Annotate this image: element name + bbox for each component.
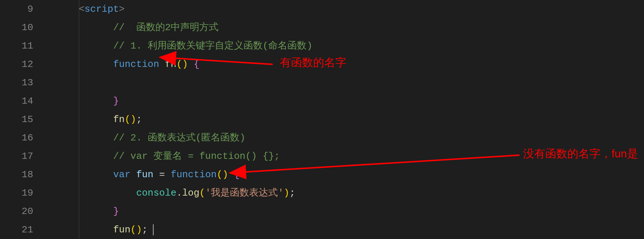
code-line[interactable]: // 1. 利用函数关键字自定义函数(命名函数)	[44, 37, 644, 55]
code-area[interactable]: <script> // 函数的2中声明方式 // 1. 利用函数关键字自定义函数…	[44, 0, 644, 239]
parentheses: ()	[176, 59, 188, 70]
line-number: 16	[0, 129, 33, 147]
code-line[interactable]: // 函数的2中声明方式	[44, 18, 644, 37]
equals: =	[159, 169, 165, 180]
code-line[interactable]: <script>	[44, 0, 644, 18]
semicolon: ;	[290, 188, 295, 199]
keyword-function: function	[171, 169, 217, 180]
code-line[interactable]: }	[44, 92, 644, 110]
tag-open: <	[79, 4, 85, 15]
line-number: 21	[0, 221, 33, 239]
parentheses: ()	[130, 224, 142, 235]
line-number: 17	[0, 147, 33, 165]
parentheses: ()	[125, 114, 136, 125]
function-call: fn	[113, 114, 125, 125]
comment: // 1. 利用函数关键字自定义函数(命名函数)	[113, 40, 312, 51]
code-line[interactable]: var fun = function() {	[44, 165, 644, 184]
comment: // 2. 函数表达式(匿名函数)	[113, 132, 245, 143]
text-cursor	[153, 224, 154, 235]
parentheses: ()	[217, 169, 228, 180]
keyword-var: var	[113, 169, 130, 180]
line-number: 14	[0, 92, 33, 110]
comment: // 函数的2中声明方式	[113, 22, 218, 33]
line-number: 20	[0, 202, 33, 221]
code-line[interactable]: }	[44, 202, 644, 221]
object-console: console	[136, 188, 176, 199]
method-log: log	[182, 188, 199, 199]
line-number: 12	[0, 55, 33, 74]
brace: {	[234, 169, 240, 180]
dot: .	[176, 188, 182, 199]
code-line[interactable]: fun();	[44, 221, 644, 239]
line-number: 9	[0, 0, 33, 18]
brace: }	[113, 206, 119, 217]
line-number: 15	[0, 110, 33, 129]
paren-open: (	[199, 188, 205, 199]
function-name: fn	[165, 59, 176, 70]
variable-name: fun	[136, 169, 154, 180]
tag-close: >	[119, 4, 125, 15]
line-number: 10	[0, 18, 33, 37]
line-number: 19	[0, 184, 33, 202]
semicolon: ;	[142, 224, 148, 235]
line-number: 18	[0, 165, 33, 184]
function-call: fun	[113, 224, 130, 235]
paren-close: )	[284, 188, 290, 199]
code-line[interactable]	[44, 74, 644, 92]
line-number: 13	[0, 74, 33, 92]
brace: }	[113, 96, 119, 107]
string-literal: '我是函数表达式'	[205, 188, 284, 199]
code-line[interactable]: // 2. 函数表达式(匿名函数)	[44, 129, 644, 147]
tag-name: script	[84, 4, 119, 15]
keyword-function: function	[113, 59, 159, 70]
semicolon: ;	[136, 114, 142, 125]
code-line[interactable]: console.log('我是函数表达式');	[44, 184, 644, 202]
code-editor[interactable]: 9 10 11 12 13 14 15 16 17 18 19 20 21 <s…	[0, 0, 644, 239]
code-line[interactable]: function fn() {	[44, 55, 644, 74]
line-number: 11	[0, 37, 33, 55]
code-line[interactable]: // var 变量名 = function() {};	[44, 147, 644, 165]
comment: // var 变量名 = function() {};	[113, 151, 280, 162]
line-number-gutter: 9 10 11 12 13 14 15 16 17 18 19 20 21	[0, 0, 44, 239]
brace: {	[194, 59, 200, 70]
code-line[interactable]: fn();	[44, 110, 644, 129]
